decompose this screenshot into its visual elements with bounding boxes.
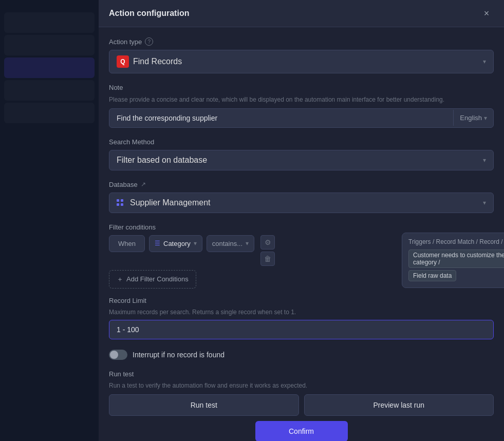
search-method-chevron: ▾ — [483, 157, 486, 164]
run-test-label: Run test — [109, 370, 494, 378]
action-type-section: Action type ? Q Find Records ▾ — [109, 37, 494, 73]
value-tag-2: Field raw data — [408, 270, 456, 281]
language-value: English — [460, 114, 482, 122]
note-label: Note — [109, 84, 494, 91]
filter-row-container: When ☰ Category ▾ contains... ▾ Triggers… — [109, 235, 494, 266]
action-type-chevron: ▾ — [483, 58, 486, 65]
database-label: Database ↗ — [109, 181, 494, 188]
search-method-dropdown[interactable]: Filter based on database ▾ — [109, 150, 494, 170]
filter-settings-button[interactable]: ⚙ — [260, 235, 275, 250]
sidebar-item-4 — [4, 80, 95, 101]
interrupt-label: Interrupt if no record is found — [133, 351, 225, 359]
toggle-knob — [110, 351, 118, 359]
sidebar-item-5 — [4, 103, 95, 123]
filter-actions: ⚙ 🗑 — [260, 235, 275, 266]
note-hint: Please provide a concise and clear note,… — [109, 95, 494, 104]
panel-body: Action type ? Q Find Records ▾ Note Plea… — [99, 27, 504, 441]
sidebar — [0, 0, 99, 441]
category-chevron: ▾ — [194, 240, 197, 247]
language-selector[interactable]: English ▾ — [453, 110, 493, 126]
action-type-label: Action type ? — [109, 37, 494, 46]
run-test-button[interactable]: Run test — [109, 394, 299, 416]
search-method-value: Filter based on database — [117, 156, 207, 165]
database-grid-icon — [117, 199, 124, 206]
preview-last-run-button[interactable]: Preview last run — [304, 394, 494, 416]
action-type-dropdown[interactable]: Q Find Records ▾ — [109, 50, 494, 73]
confirm-button[interactable]: Confirm — [255, 421, 348, 441]
close-button[interactable]: × — [479, 6, 494, 21]
main-panel: Action configuration × Action type ? Q F… — [99, 0, 504, 441]
run-buttons: Run test Preview last run — [109, 394, 494, 416]
database-dropdown-inner: Supplier Management — [117, 198, 211, 207]
database-chevron: ▾ — [483, 199, 486, 206]
note-section: Note Please provide a concise and clear … — [109, 84, 494, 128]
operator-chevron: ▾ — [246, 240, 249, 247]
value-bubble-container: Triggers / Record Match / Record / Field… — [402, 233, 504, 288]
database-value: Supplier Management — [130, 198, 211, 207]
run-test-desc: Run a test to verify the automation flow… — [109, 382, 494, 389]
when-badge: When — [109, 235, 145, 252]
note-input[interactable] — [109, 109, 453, 127]
filter-delete-button[interactable]: 🗑 — [260, 252, 275, 266]
interrupt-toggle-row: Interrupt if no record is found — [109, 350, 494, 360]
record-limit-label: Record Limit — [109, 297, 494, 304]
value-path: Triggers / Record Match / Record / Field… — [408, 238, 504, 245]
panel-title: Action configuration — [109, 9, 189, 18]
note-field: English ▾ — [109, 108, 494, 128]
action-type-dropdown-inner: Q Find Records — [117, 55, 182, 68]
operator-select[interactable]: contains... ▾ — [207, 235, 254, 252]
value-tag-1: Customer needs to customize the product … — [408, 250, 504, 268]
database-external-icon[interactable]: ↗ — [141, 181, 146, 188]
filter-conditions-section: Filter conditions When ☰ Category ▾ cont… — [109, 223, 494, 289]
record-limit-input[interactable] — [109, 320, 494, 339]
database-section: Database ↗ Supplier Management ▾ — [109, 181, 494, 213]
run-test-section: Run test Run a test to verify the automa… — [109, 370, 494, 416]
sidebar-item-2 — [4, 35, 95, 55]
category-select[interactable]: ☰ Category ▾ — [149, 235, 202, 252]
interrupt-toggle[interactable] — [109, 350, 127, 360]
search-method-label: Search Method — [109, 138, 494, 146]
filter-conditions-label: Filter conditions — [109, 223, 494, 231]
search-method-section: Search Method Filter based on database ▾ — [109, 138, 494, 170]
sidebar-item-3 — [4, 57, 95, 78]
filter-row: When ☰ Category ▾ contains... ▾ Triggers… — [109, 235, 494, 266]
language-chevron: ▾ — [484, 114, 487, 122]
add-filter-button[interactable]: ＋ Add Filter Conditions — [109, 270, 196, 289]
record-limit-desc: Maximum records per search. Returns a si… — [109, 309, 494, 316]
action-type-icon: Q — [117, 55, 129, 68]
action-type-help-icon[interactable]: ? — [145, 37, 153, 46]
database-dropdown[interactable]: Supplier Management ▾ — [109, 193, 494, 213]
action-type-value: Find Records — [133, 57, 182, 66]
panel-header: Action configuration × — [99, 0, 504, 27]
add-filter-plus-icon: ＋ — [117, 275, 123, 284]
sidebar-item-1 — [4, 12, 95, 33]
record-limit-section: Record Limit Maximum records per search.… — [109, 297, 494, 339]
